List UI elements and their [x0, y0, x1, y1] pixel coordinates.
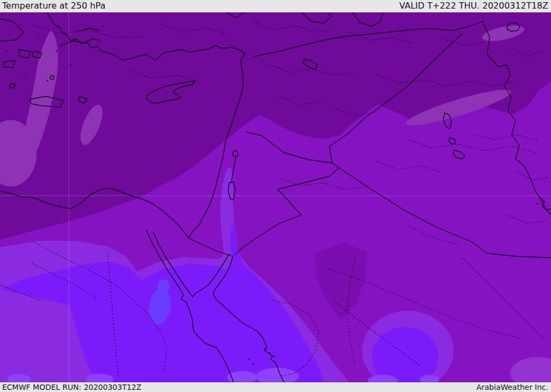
map-canvas [0, 12, 551, 382]
brand-label: ArabiaWeather Inc. [476, 382, 548, 392]
map-title: Temperature at 250 hPa [2, 0, 105, 12]
footer-bar: ECMWF MODEL RUN: 20200303T12Z ArabiaWeat… [0, 382, 551, 392]
temperature-bands [0, 12, 551, 382]
header-bar: Temperature at 250 hPa VALID T+222 THU. … [0, 0, 551, 12]
model-run-label: ECMWF MODEL RUN: 20200303T12Z [2, 382, 142, 392]
valid-time-label: VALID T+222 THU. 20200312T18Z [399, 0, 548, 12]
